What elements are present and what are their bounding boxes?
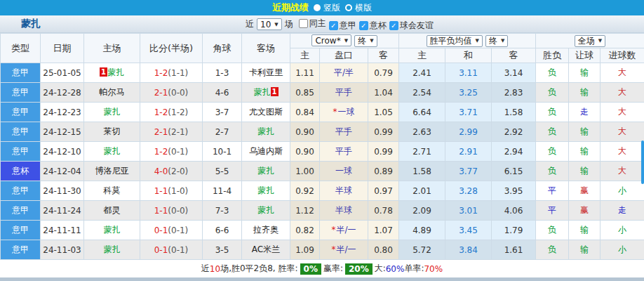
home-team-cell: 蒙扎 <box>84 240 140 260</box>
odds-win-cell: 1.58 <box>399 162 445 181</box>
odds-win-cell: 2.01 <box>399 181 445 201</box>
away-team-cell: 蒙扎1 <box>242 83 290 103</box>
chevron-down-icon: ▼ <box>476 38 479 44</box>
odds-draw-cell: 2.91 <box>445 142 492 162</box>
team-name-text: 拉齐奥 <box>253 225 279 235</box>
competition-cell: 意甲 <box>1 201 41 221</box>
footer-segment: 20% <box>345 263 373 275</box>
checkbox-意杯[interactable]: ✓意杯 <box>359 20 387 32</box>
odds-draw-cell: 3.77 <box>445 162 492 181</box>
ah-line-cell: 平手 <box>320 83 368 103</box>
odds-company-select[interactable]: Crow* ▼ <box>311 34 351 46</box>
checkbox-意甲[interactable]: ✓意甲 <box>329 20 356 32</box>
header-odds-draw: 和 <box>445 48 492 63</box>
checkbox-同主[interactable]: 同主 <box>299 18 326 30</box>
odds-lose-cell: 1.79 <box>492 221 536 240</box>
odds-draw-cell: 3.11 <box>445 63 492 83</box>
table-row[interactable]: 意甲24-11-30科莫1-1(1-0)11-4蒙扎0.92半球0.972.01… <box>1 181 644 201</box>
away-team-cell: AC米兰 <box>242 240 290 260</box>
away-team-cell: 卡利亚里 <box>242 63 290 83</box>
table-row[interactable]: 意甲24-11-11蒙扎0-1(0-1)6-6拉齐奥0.82*半/一1.074.… <box>1 221 644 240</box>
checkbox-icon[interactable] <box>299 19 308 28</box>
corner-cell: 4-6 <box>203 83 242 103</box>
ah-away-odds-cell: 1.05 <box>368 103 399 122</box>
team-name-text: 蒙扎 <box>104 146 121 156</box>
odds-lose-cell: 2.83 <box>492 83 536 103</box>
team-name-text: 蒙扎 <box>257 166 274 176</box>
odds-draw-cell: 3.28 <box>445 181 492 201</box>
wdl-type-select[interactable]: 胜平负均值 ▼ <box>427 35 483 47</box>
odds-win-cell: 2.71 <box>399 142 445 162</box>
odds-win-cell: 2.09 <box>399 201 445 221</box>
handicap-result-cell: 输 <box>569 240 601 260</box>
odds-lose-cell: 6.15 <box>492 162 536 181</box>
header-date: 日期 <box>41 34 84 63</box>
red-card-badge: 1 <box>271 87 279 96</box>
odds-time-select[interactable]: 终 ▼ <box>354 35 377 47</box>
home-team-cell: 都灵 <box>84 201 140 221</box>
odds-draw-cell: 3.01 <box>445 201 492 221</box>
ah-away-odds-cell: 1.04 <box>368 83 399 103</box>
odds-lose-cell: 2.92 <box>492 122 536 142</box>
chevron-down-icon: ▼ <box>501 38 504 44</box>
odds-lose-cell: 1.61 <box>492 240 536 260</box>
ah-line-cell: *半/一 <box>320 240 368 260</box>
ah-away-odds-cell: 0.80 <box>368 240 399 260</box>
wdl-time-select[interactable]: 终 ▼ <box>485 35 508 47</box>
scope-select[interactable]: 全场 ▼ <box>575 35 605 47</box>
ah-home-odds-cell: 0.92 <box>290 181 320 201</box>
checkbox-icon[interactable]: ✓ <box>389 21 398 30</box>
away-team-cell: 拉齐奥 <box>242 221 290 240</box>
table-row[interactable]: 意甲25-01-051蒙扎1-2(1-1)1-3卡利亚里1.11平/半0.792… <box>1 63 644 83</box>
odds-time-value: 终 <box>358 35 366 47</box>
team-name-text: 科莫 <box>104 185 121 195</box>
result-cell: 负 <box>536 142 569 162</box>
wdl-time-value: 终 <box>489 35 497 47</box>
date-cell: 24-11-11 <box>41 221 84 240</box>
corner-cell: 10-1 <box>203 142 242 162</box>
table-row[interactable]: 意甲24-12-28帕尔马2-1(0-0)4-6蒙扎10.85平手1.042.5… <box>1 83 644 103</box>
date-cell: 24-12-10 <box>41 142 84 162</box>
team-name-text: 帕尔马 <box>100 87 125 97</box>
table-row[interactable]: 意杯24-12-04博洛尼亚4-0(2-0)5-5蒙扎1.00一球0.891.5… <box>1 162 644 181</box>
table-body: 意甲25-01-051蒙扎1-2(1-1)1-3卡利亚里1.11平/半0.792… <box>1 63 644 260</box>
table-row[interactable]: 意甲24-12-10蒙扎1-2(0-1)10-1乌迪内斯0.90平手0.992.… <box>1 142 644 162</box>
odds-draw-cell: 2.99 <box>445 122 492 142</box>
radio-selected-icon[interactable] <box>314 4 321 11</box>
score-cell: 2-1(0-0) <box>140 83 203 103</box>
table-row[interactable]: 意甲24-11-24都灵1-1(0-0)7-3蒙扎1.12半球0.782.093… <box>1 201 644 221</box>
date-cell: 24-12-04 <box>41 162 84 181</box>
checkbox-label: 意杯 <box>370 20 387 32</box>
competition-cell: 意杯 <box>1 162 41 181</box>
ah-line-cell: 半球 <box>320 201 368 221</box>
odds-win-cell: 2.54 <box>399 83 445 103</box>
radio-vertical-layout[interactable]: 竖版 <box>314 2 340 14</box>
checkbox-icon[interactable]: ✓ <box>359 21 368 30</box>
result-cell: 负 <box>536 240 569 260</box>
handicap-result-cell: 输 <box>569 142 601 162</box>
goals-result-cell: 大 <box>601 142 644 162</box>
radio-unselected-icon[interactable] <box>345 4 352 11</box>
table-row[interactable]: 意甲24-12-15莱切2-1(2-1)2-7蒙扎0.90平手0.992.632… <box>1 122 644 142</box>
checkbox-icon[interactable]: ✓ <box>329 21 338 30</box>
team-name-text: 蒙扎 <box>257 126 274 136</box>
chevron-down-icon: ▼ <box>598 38 602 44</box>
competition-cell: 意甲 <box>1 122 41 142</box>
corner-cell: 3-5 <box>203 240 242 260</box>
team-name-text: AC米兰 <box>252 244 280 254</box>
chevron-down-icon: ▼ <box>274 22 278 27</box>
scrollbar-thumb[interactable] <box>641 140 644 184</box>
table-row[interactable]: 意甲24-11-03蒙扎0-1(0-1)3-5AC米兰1.09*半/一0.805… <box>1 240 644 260</box>
footer-segment: 大: <box>375 263 386 275</box>
header-result: 胜负 <box>536 48 569 63</box>
table-row[interactable]: 意甲24-12-23蒙扎1-2(1-2)3-7尤文图斯0.84*一球1.056.… <box>1 103 644 122</box>
checkbox-球会友谊[interactable]: ✓球会友谊 <box>389 20 434 32</box>
header-home: 主场 <box>84 34 140 63</box>
ah-away-odds-cell: 0.97 <box>368 181 399 201</box>
odds-lose-cell: 4.06 <box>492 201 536 221</box>
recent-count-select[interactable]: 10 ▼ <box>257 18 282 30</box>
away-team-cell: 蒙扎 <box>242 181 290 201</box>
home-team-cell: 蒙扎 <box>84 103 140 122</box>
odds-draw-cell: 3.71 <box>445 103 492 122</box>
radio-horizontal-layout[interactable]: 横版 <box>345 2 372 14</box>
